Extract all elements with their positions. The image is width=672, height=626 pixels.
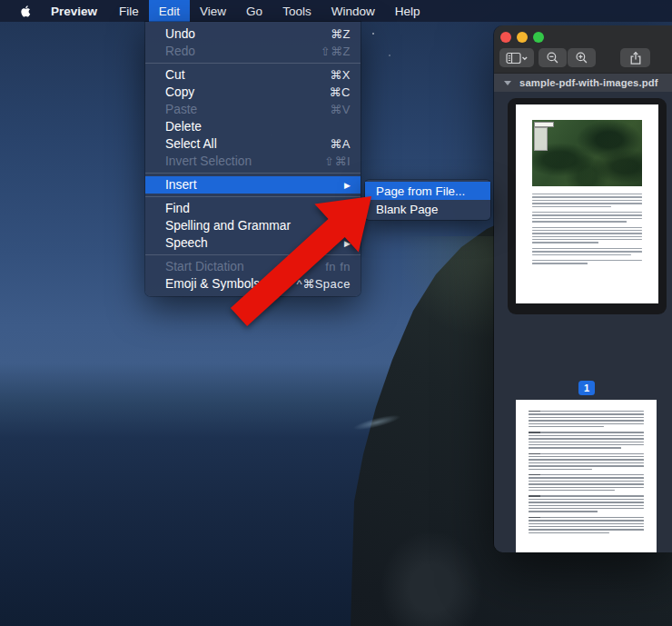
traffic-light-close[interactable]	[500, 32, 511, 43]
desktop: PreviewFileEditViewGoToolsWindowHelp Und…	[0, 0, 672, 626]
thumbnail-sidebar: 1	[494, 92, 672, 552]
rocks	[381, 532, 481, 626]
menu-item-shortcut: ⌘X	[330, 68, 351, 82]
menu-item-page-from-file[interactable]: Page from File...	[365, 182, 490, 200]
menu-item-insert[interactable]: Insert▶	[145, 176, 361, 194]
menu-item-label: Find	[165, 202, 351, 215]
edit-menu: Undo⌘ZRedo⇧⌘ZCut⌘XCopy⌘CPaste⌘VDeleteSel…	[145, 22, 361, 296]
menu-item-delete[interactable]: Delete	[145, 118, 361, 135]
menubar-item-view[interactable]: View	[190, 0, 236, 22]
share-icon	[629, 51, 642, 65]
menu-item-find[interactable]: Find	[145, 200, 361, 217]
menu-item-shortcut: ⌘V	[330, 103, 351, 116]
menu-item-label: Blank Page	[376, 203, 481, 216]
menu-separator	[145, 196, 361, 197]
apple-menu[interactable]	[11, 0, 41, 22]
menu-separator	[145, 254, 361, 255]
menu-item-spelling-and-grammar[interactable]: Spelling and Grammar	[145, 217, 361, 234]
window-titlebar[interactable]	[494, 25, 672, 73]
menu-item-label: Emoji & Symbols	[165, 277, 297, 291]
preview-window: sample-pdf-with-images.pdf 1	[494, 25, 672, 552]
traffic-light-minimize[interactable]	[517, 32, 528, 43]
zoom-in-icon	[575, 51, 588, 65]
menu-item-shortcut: fn fn	[325, 260, 351, 273]
map-legend-panel	[534, 127, 548, 151]
map-image	[532, 120, 642, 186]
menu-item-shortcut: ⌘Z	[331, 27, 351, 41]
menubar-item-go[interactable]: Go	[236, 0, 272, 22]
chevron-down-icon	[523, 57, 528, 59]
menu-item-label: Paste	[165, 103, 330, 116]
menu-item-label: Spelling and Grammar	[165, 219, 351, 233]
sidebar-icon	[506, 52, 528, 65]
zoom-in-button[interactable]	[568, 48, 596, 67]
menu-item-label: Cut	[165, 68, 330, 82]
menu-item-shortcut: ⇧⌘I	[324, 154, 351, 168]
insert-submenu: Page from File...Blank Page	[365, 180, 490, 220]
zoom-out-icon	[546, 51, 559, 65]
page-thumbnail-2[interactable]	[516, 400, 657, 552]
menubar-item-tools[interactable]: Tools	[272, 0, 321, 22]
sidebar-view-button[interactable]	[499, 48, 534, 67]
menu-item-label: Undo	[165, 27, 331, 41]
submenu-arrow-icon: ▶	[344, 181, 351, 190]
menu-item-shortcut: ⌘A	[330, 137, 351, 151]
menu-item-emoji-symbols[interactable]: Emoji & Symbols^⌘Space	[145, 275, 361, 293]
menu-bar: PreviewFileEditViewGoToolsWindowHelp	[0, 0, 672, 22]
menu-item-redo: Redo⇧⌘Z	[145, 43, 361, 60]
menu-item-label: Copy	[165, 85, 330, 99]
share-button[interactable]	[620, 48, 650, 67]
filename-label: sample-pdf-with-images.pdf	[519, 77, 658, 88]
menu-item-start-dictation: Start Dictationfn fn	[145, 258, 361, 275]
menubar-item-file[interactable]: File	[109, 0, 149, 22]
menu-item-shortcut: ⇧⌘Z	[321, 45, 351, 58]
page-2-text-lines	[529, 411, 644, 538]
menu-item-label: Page from File...	[376, 184, 481, 198]
menubar-item-edit[interactable]: Edit	[149, 0, 190, 22]
menu-item-shortcut: ⌘C	[330, 85, 351, 99]
menu-item-cut[interactable]: Cut⌘X	[145, 66, 361, 84]
submenu-arrow-icon: ▶	[344, 239, 351, 248]
menubar-item-help[interactable]: Help	[385, 0, 430, 22]
menu-separator	[145, 173, 361, 174]
menu-item-copy[interactable]: Copy⌘C	[145, 84, 361, 101]
menu-item-speech[interactable]: Speech▶	[145, 234, 361, 252]
menu-item-label: Speech	[165, 236, 337, 250]
menu-item-label: Select All	[165, 137, 330, 151]
traffic-light-zoom[interactable]	[533, 32, 544, 43]
menu-item-select-all[interactable]: Select All⌘A	[145, 135, 361, 153]
star	[372, 33, 374, 35]
menu-item-invert-selection: Invert Selection⇧⌘I	[145, 153, 361, 170]
zoom-out-button[interactable]	[539, 48, 567, 67]
menu-item-label: Insert	[165, 178, 337, 192]
menu-item-paste: Paste⌘V	[145, 101, 361, 118]
apple-logo-icon	[20, 5, 32, 18]
menubar-item-window[interactable]: Window	[321, 0, 385, 22]
menubar-item-preview[interactable]: Preview	[41, 0, 109, 22]
menu-separator	[145, 63, 361, 64]
menu-item-label: Redo	[165, 45, 321, 58]
menu-item-label: Start Dictation	[165, 260, 325, 273]
disclosure-triangle-icon[interactable]	[504, 81, 511, 85]
menu-item-label: Invert Selection	[165, 154, 324, 168]
page-1-text-lines	[532, 194, 642, 269]
page-thumbnail-1[interactable]	[516, 104, 658, 303]
menubar-items: PreviewFileEditViewGoToolsWindowHelp	[41, 0, 430, 22]
menu-item-undo[interactable]: Undo⌘Z	[145, 25, 361, 43]
menu-item-shortcut: ^⌘Space	[297, 277, 351, 291]
sidebar-header[interactable]: sample-pdf-with-images.pdf	[494, 73, 672, 92]
menu-item-blank-page[interactable]: Blank Page	[365, 200, 490, 218]
page-number-badge: 1	[578, 381, 595, 395]
star	[389, 55, 390, 56]
menu-item-label: Delete	[165, 120, 351, 134]
